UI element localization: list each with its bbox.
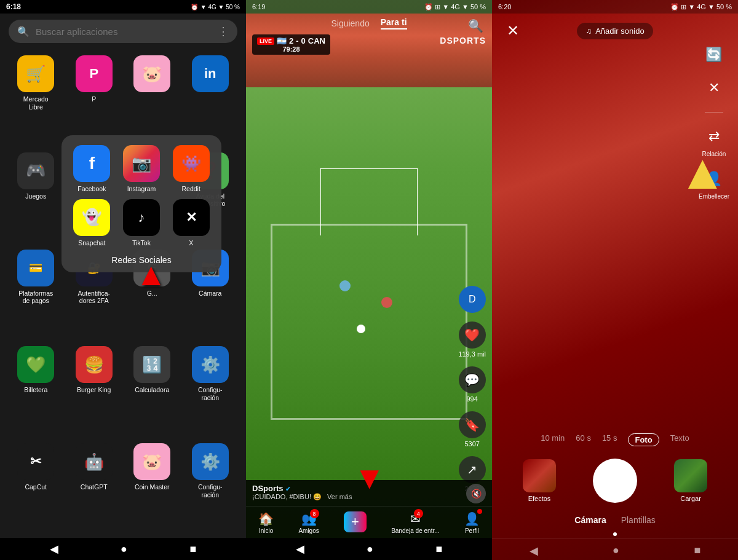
flip-icon: 🔄 <box>702 43 726 66</box>
mute-button[interactable]: 🔇 <box>466 484 486 503</box>
search-bar[interactable]: 🔍 ⋮ <box>9 20 237 43</box>
app-linkedin[interactable]: in <box>186 55 236 144</box>
status-bar-1: 6:18 ⏰ ▼ 4G ▼ 50 % <box>0 0 246 14</box>
upload-thumbnail <box>674 459 707 492</box>
nav-recents[interactable]: ■ <box>189 543 196 556</box>
dur-15s[interactable]: 15 s <box>602 433 617 446</box>
search-input[interactable] <box>36 26 212 37</box>
nav-home[interactable]: ● <box>121 543 127 556</box>
app-burger-king[interactable]: 🍔 Burger King <box>69 346 119 435</box>
divider <box>705 112 723 112</box>
effects-tool[interactable]: ✕ <box>702 76 726 100</box>
profile-dot <box>477 509 482 514</box>
right-sidebar: D ❤️ 119,3 mil 💬 994 🔖 5307 ↗ 2426 <box>458 286 486 492</box>
time-2: 6:19 <box>252 3 265 10</box>
app-capcut[interactable]: ✂ CapCut <box>11 443 61 532</box>
live-badge: LIVE <box>257 37 274 45</box>
flip-camera-tool[interactable]: 🔄 <box>702 43 726 66</box>
bookmark-button-area[interactable]: 🔖 5307 <box>459 411 486 448</box>
dur-foto[interactable]: Foto <box>628 433 659 446</box>
status-bar-2: 6:19 ⏰ ⊞ ▼ 4G ▼ 50 % <box>246 0 492 14</box>
panel-camera: 6:20 ⏰ ⊞ ▼ 4G ▼ 50 % ✕ ♫ Añadir sonido 🔄… <box>492 0 738 560</box>
app-instagram[interactable]: 📷 Instagram <box>120 145 164 193</box>
comment-button-area[interactable]: 💬 994 <box>459 366 486 403</box>
status-bar-3: 6:20 ⏰ ⊞ ▼ 4G ▼ 50 % <box>492 0 738 14</box>
shutter-button[interactable] <box>593 459 637 503</box>
nav-home-2[interactable]: ● <box>367 543 373 556</box>
verified-icon: ✔ <box>285 486 290 492</box>
nav-bar-panel1: ◀ ● ■ <box>0 538 246 560</box>
panel-tiktok: 6:19 ⏰ ⊞ ▼ 4G ▼ 50 % Siguiendo Para ti 🔍… <box>246 0 492 560</box>
creator-avatar-area[interactable]: D <box>459 286 486 313</box>
nav-home-3[interactable]: ● <box>613 544 619 558</box>
inbox-badge: 4 <box>414 509 423 518</box>
tiktok-header: Siguiendo Para ti 🔍 <box>246 14 492 33</box>
tab-following[interactable]: Siguiendo <box>331 18 369 28</box>
tab-for-you[interactable]: Para ti <box>381 17 407 30</box>
app-tiktok[interactable]: ♪ TikTok <box>120 199 164 247</box>
dur-10min[interactable]: 10 min <box>541 433 565 446</box>
bookmark-icon: 🔖 <box>459 411 486 438</box>
app-configuracion[interactable]: ⚙️ Configu-ración <box>186 346 236 435</box>
nav-back[interactable]: ◀ <box>50 542 58 556</box>
nav-bar-panel3: ◀ ● ■ <box>492 538 738 560</box>
yellow-arrow-up: ▲ <box>678 148 727 197</box>
score-display: LIVE 🇦🇷 2 - 0 CAN <box>257 36 325 45</box>
app-pagos[interactable]: 💳 Plataformasde pagos <box>11 250 61 338</box>
app-pig[interactable]: 🐷 <box>127 55 177 144</box>
nav-home[interactable]: 🏠 Inicio <box>258 511 274 534</box>
time-3: 6:20 <box>498 3 511 10</box>
nav-inbox[interactable]: ✉ 4 Bandeja de entr... <box>391 511 439 534</box>
dur-60s[interactable]: 60 s <box>576 433 591 446</box>
add-sound-button[interactable]: ♫ Añadir sonido <box>577 23 653 39</box>
score-separator: - <box>296 36 298 45</box>
share-icon: ↗ <box>459 456 486 483</box>
nav-create[interactable]: + <box>344 511 367 534</box>
nav-profile[interactable]: 👤 Perfil <box>464 511 480 534</box>
red-arrow-down: ▼ <box>354 462 385 494</box>
close-camera-button[interactable]: ✕ <box>502 20 524 42</box>
flag-can: CAN <box>308 36 325 45</box>
app-snapchat[interactable]: 👻 Snapchat <box>70 199 114 247</box>
app-paypal[interactable]: P P <box>69 55 119 144</box>
nav-recents-3[interactable]: ■ <box>694 544 700 558</box>
score-box: LIVE 🇦🇷 2 - 0 CAN 79:28 <box>252 34 330 55</box>
app-games[interactable]: 🎮 Juegos <box>11 152 61 241</box>
app-mercado-libre[interactable]: 🛒 MercadoLibre <box>11 55 61 144</box>
nav-friends[interactable]: 👥 8 Amigos <box>298 511 319 534</box>
ver-mas-btn[interactable]: Ver más <box>327 493 352 500</box>
upload-button[interactable]: Cargar <box>674 459 707 502</box>
time-1: 6:18 <box>6 2 21 11</box>
mode-camera[interactable]: Cámara <box>574 515 606 525</box>
app-settings[interactable]: ⚙️ Configu-ración <box>186 443 236 532</box>
app-facebook[interactable]: f Facebook <box>70 145 114 193</box>
dur-texto[interactable]: Texto <box>670 433 689 446</box>
app-calculadora[interactable]: 🔢 Calculadora <box>127 346 177 435</box>
search-icon-tiktok[interactable]: 🔍 <box>468 18 483 33</box>
add-content-button[interactable]: + <box>344 511 367 532</box>
more-options-icon[interactable]: ⋮ <box>218 25 229 38</box>
music-icon: ♫ <box>585 26 592 36</box>
app-reddit[interactable]: 👾 Reddit <box>169 145 213 193</box>
bookmark-count: 5307 <box>464 440 479 448</box>
app-billetera[interactable]: 💚 Billetera <box>11 346 61 435</box>
red-arrow-up: ▲ <box>135 258 167 290</box>
app-coin-master[interactable]: 🐷 Coin Master <box>127 443 177 532</box>
comment-icon: 💬 <box>459 366 486 393</box>
search-icon: 🔍 <box>17 26 30 37</box>
effects-icon: ✕ <box>702 76 726 100</box>
player1 <box>339 280 351 291</box>
app-chatgpt[interactable]: 🤖 ChatGPT <box>69 443 119 532</box>
effects-button[interactable]: Efectos <box>523 459 556 502</box>
like-button-area[interactable]: ❤️ 119,3 mil <box>458 321 486 358</box>
upload-label: Cargar <box>680 495 701 502</box>
nav-back-2[interactable]: ◀ <box>296 542 304 556</box>
like-icon: ❤️ <box>459 321 486 349</box>
tiktok-bottom-nav: 🏠 Inicio 👥 8 Amigos + ✉ 4 Bandeja de ent… <box>246 506 492 538</box>
mode-templates[interactable]: Plantillas <box>621 515 656 525</box>
app-x[interactable]: ✕ X <box>169 199 213 247</box>
nav-recents-2[interactable]: ■ <box>435 543 442 556</box>
nav-bar-panel2: ◀ ● ■ <box>246 538 492 560</box>
field-lines <box>271 224 467 420</box>
nav-back-3[interactable]: ◀ <box>530 544 538 558</box>
